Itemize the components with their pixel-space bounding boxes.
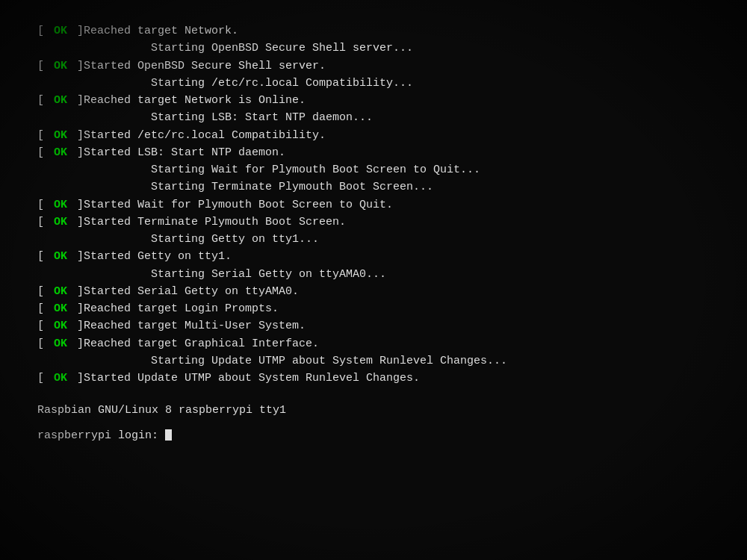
bracket-open: [ — [37, 214, 44, 231]
log-line-ok: [ OK ] Reached target Multi-User System. — [37, 317, 710, 335]
log-message: Started Getty on tty1. — [84, 248, 232, 265]
log-line-indent: Starting LSB: Start NTP daemon... — [37, 109, 710, 126]
log-line-ok: [ OK ] Started Wait for Plymouth Boot Sc… — [37, 196, 710, 214]
log-line-indent: Starting Update UTMP about System Runlev… — [37, 352, 710, 370]
ok-badge: OK — [47, 300, 74, 317]
ok-badge: OK — [47, 22, 74, 40]
bracket-close: ] — [77, 214, 84, 231]
bracket-open: [ — [37, 92, 44, 109]
bracket-open: [ — [37, 283, 44, 300]
login-section: Raspbian GNU/Linux 8 raspberrypi tty1 ra… — [37, 402, 710, 444]
terminal-screen: [ OK ] Reached target Network. Starting … — [0, 0, 747, 560]
bracket-close: ] — [77, 283, 84, 300]
bracket-open: [ — [37, 335, 44, 352]
log-message: Started Wait for Plymouth Boot Screen to… — [84, 196, 393, 214]
log-line-ok: [ OK ] Started Terminate Plymouth Boot S… — [37, 214, 710, 231]
log-message: Started /etc/rc.local Compatibility. — [84, 127, 326, 144]
log-line-indent: Starting Serial Getty on ttyAMA0... — [37, 266, 710, 283]
log-line-indent: Starting Getty on tty1... — [37, 231, 710, 248]
bracket-close: ] — [77, 127, 84, 144]
boot-log: [ OK ] Reached target Network. Starting … — [37, 22, 710, 387]
ok-badge: OK — [47, 196, 74, 214]
bracket-open: [ — [37, 317, 44, 335]
cursor — [165, 429, 172, 441]
log-line-indent: Starting Terminate Plymouth Boot Screen.… — [37, 178, 710, 196]
log-line-ok: [ OK ] Reached target Login Prompts. — [37, 300, 710, 317]
ok-badge: OK — [47, 283, 74, 300]
bracket-open: [ — [37, 144, 44, 161]
ok-badge: OK — [47, 92, 74, 109]
log-line-ok: [ OK ] Started Update UTMP about System … — [37, 370, 710, 387]
log-line-ok: [ OK ] Started /etc/rc.local Compatibili… — [37, 127, 710, 144]
bracket-close: ] — [77, 92, 84, 109]
log-message: Reached target Network is Online. — [84, 92, 306, 109]
log-line-indent: Starting /etc/rc.local Compatibility... — [37, 75, 710, 92]
bracket-close: ] — [77, 196, 84, 214]
bracket-open: [ — [37, 57, 44, 75]
log-message: Reached target Login Prompts. — [84, 300, 279, 317]
log-message: Reached target Graphical Interface. — [84, 335, 319, 352]
ok-badge: OK — [47, 317, 74, 335]
log-line-ok: [ OK ] Reached target Network is Online. — [37, 92, 710, 109]
bracket-close: ] — [77, 370, 84, 387]
ok-badge: OK — [47, 144, 74, 161]
login-prompt: raspberrypi login: — [37, 427, 710, 444]
bracket-close: ] — [77, 335, 84, 352]
bracket-close: ] — [77, 300, 84, 317]
bracket-open: [ — [37, 248, 44, 265]
log-line-indent: Starting Wait for Plymouth Boot Screen t… — [37, 161, 710, 178]
bracket-close: ] — [77, 248, 84, 265]
log-line-ok: [ OK ] Started OpenBSD Secure Shell serv… — [37, 57, 710, 75]
bracket-open: [ — [37, 300, 44, 317]
log-message: Reached target Multi-User System. — [84, 317, 306, 335]
bracket-open: [ — [37, 22, 44, 40]
log-message: Started Terminate Plymouth Boot Screen. — [84, 214, 346, 231]
log-message: Reached target Network. — [84, 22, 238, 40]
ok-badge: OK — [47, 127, 74, 144]
bracket-open: [ — [37, 196, 44, 214]
bracket-open: [ — [37, 127, 44, 144]
log-line-indent: Starting OpenBSD Secure Shell server... — [37, 40, 710, 57]
bracket-close: ] — [77, 317, 84, 335]
bracket-close: ] — [77, 57, 84, 75]
log-line-ok: [ OK ] Started LSB: Start NTP daemon. — [37, 144, 710, 161]
log-message: Started LSB: Start NTP daemon. — [84, 144, 285, 161]
log-message: Started Update UTMP about System Runleve… — [84, 370, 420, 387]
ok-badge: OK — [47, 214, 74, 231]
login-prompt-text: raspberrypi login: — [37, 429, 165, 442]
bracket-close: ] — [77, 144, 84, 161]
bracket-open: [ — [37, 370, 44, 387]
log-line-ok: [ OK ] Reached target Network. — [37, 22, 710, 40]
ok-badge: OK — [47, 335, 74, 352]
log-line-ok: [ OK ] Started Serial Getty on ttyAMA0. — [37, 283, 710, 300]
ok-badge: OK — [47, 248, 74, 265]
log-message: Started Serial Getty on ttyAMA0. — [84, 283, 299, 300]
bracket-close: ] — [77, 22, 84, 40]
log-line-ok: [ OK ] Started Getty on tty1. — [37, 248, 710, 265]
ok-badge: OK — [47, 57, 74, 75]
system-info: Raspbian GNU/Linux 8 raspberrypi tty1 — [37, 402, 710, 419]
log-line-ok: [ OK ] Reached target Graphical Interfac… — [37, 335, 710, 352]
log-message: Started OpenBSD Secure Shell server. — [84, 57, 326, 75]
ok-badge: OK — [47, 370, 74, 387]
